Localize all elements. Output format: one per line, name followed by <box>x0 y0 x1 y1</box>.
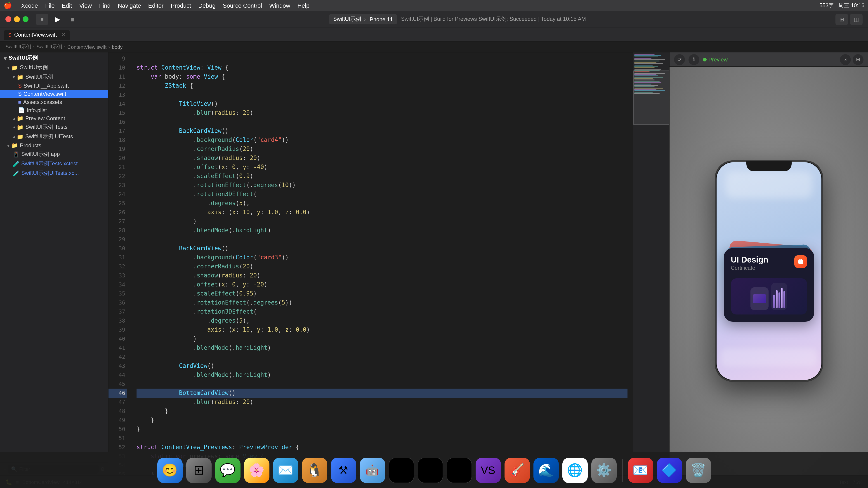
code-line: ZStack { <box>136 81 627 90</box>
asset-icon: ■ <box>18 99 22 105</box>
breadcrumb-symbol[interactable]: body <box>112 44 123 50</box>
dock-chrome[interactable]: 🌐 <box>562 457 587 483</box>
layout-btn-2[interactable]: ◫ <box>850 14 863 25</box>
sidebar-item-swiftuigroup[interactable]: ▾ 📁 SwiftUI示例 <box>0 63 108 72</box>
menu-file[interactable]: File <box>45 2 55 9</box>
dock-vs[interactable]: VS <box>475 457 501 483</box>
menu-debug[interactable]: Debug <box>198 2 216 9</box>
card-screen-bg: UI Design Certificate <box>716 162 821 380</box>
tab-label: ContentView.swift <box>14 31 57 38</box>
code-content[interactable]: struct ContentView: View { var body: som… <box>131 53 633 475</box>
sidebar-item-app-product[interactable]: 📱 SwiftUI示例.app <box>0 150 108 159</box>
sidebar-item-uitests[interactable]: ▸ 📁 SwiftUI示例 UITests <box>0 132 108 141</box>
blur-top <box>725 171 812 198</box>
menu-source-control[interactable]: Source Control <box>223 2 262 9</box>
preview-label: Preview <box>703 56 727 63</box>
layout-btn-1[interactable]: ⊞ <box>835 14 848 25</box>
dock-photos[interactable]: 🌸 <box>244 457 269 483</box>
code-line: .shadow(radius: 20) <box>136 271 627 280</box>
code-line: struct ContentView_Previews: PreviewProv… <box>136 443 627 452</box>
dock-settings[interactable]: ⚙️ <box>591 457 616 483</box>
code-line <box>136 54 627 63</box>
menu-view[interactable]: View <box>79 2 92 9</box>
preview-layout-btn-2[interactable]: ⊞ <box>852 54 864 65</box>
preview-back-btn[interactable]: ⟳ <box>674 54 685 65</box>
expand-icon: ▾ <box>7 65 9 70</box>
menu-find[interactable]: Find <box>99 2 111 9</box>
dock-finder[interactable]: 😊 <box>157 457 182 483</box>
menu-bar: 🍎 Xcode File Edit View Find Navigate Edi… <box>0 0 868 11</box>
scheme-selector[interactable]: SwiftUI示例 › iPhone 11 <box>329 14 397 24</box>
breadcrumb-project[interactable]: SwiftUI示例 <box>5 43 31 50</box>
menu-navigate[interactable]: Navigate <box>118 2 141 9</box>
line-numbers: 9 10 11 12 13 14 15 16 17 18 19 20 21 22… <box>108 53 131 475</box>
project-root-label[interactable]: SwiftUI示例 <box>8 54 38 62</box>
menu-xcode[interactable]: Xcode <box>21 2 38 9</box>
code-line: struct ContentView: View { <box>136 63 627 72</box>
dock-mail[interactable]: ✉️ <box>273 457 298 483</box>
apple-menu[interactable]: 🍎 <box>4 1 12 9</box>
minimize-button[interactable] <box>14 16 20 22</box>
sidebar-item-xctest-ui[interactable]: 🧪 SwiftUI示例UITests.xc... <box>0 168 108 178</box>
code-line: .blendMode(.hardLight) <box>136 370 627 380</box>
sidebar-item-assets[interactable]: ■ Assets.xcassets <box>0 98 108 106</box>
dock-app18[interactable]: 🔷 <box>657 457 682 483</box>
dock-webstorm[interactable]: WS <box>446 457 472 483</box>
card-swift-logo <box>794 255 807 268</box>
preview-info-btn[interactable]: ℹ <box>688 54 700 65</box>
dock: 😊 ⊞ 💬 🌸 ✉️ 🐧 ⚒ 🤖 IJ PC WS VS 🎸 🌊 🌐 ⚙️ 📧 … <box>0 452 868 488</box>
dock-app12[interactable]: 🎸 <box>504 457 530 483</box>
menu-product[interactable]: Product <box>171 2 191 9</box>
sidebar-item-contentview[interactable]: S ContentView.swift <box>0 90 108 98</box>
menu-help[interactable]: Help <box>298 2 310 9</box>
sidebar-item-preview-content[interactable]: ▸ 📁 Preview Content <box>0 114 108 123</box>
dock-separator <box>622 459 622 482</box>
sidebar-item-products[interactable]: ▾ 📁 Products <box>0 141 108 150</box>
code-editor[interactable]: 9 10 11 12 13 14 15 16 17 18 19 20 21 22… <box>108 53 669 475</box>
sidebar-label: Products <box>20 142 41 149</box>
sidebar-item-swiftui-sub[interactable]: ▾ 📁 SwiftUI示例 <box>0 72 108 82</box>
menu-window[interactable]: Window <box>269 2 290 9</box>
dock-messages[interactable]: 💬 <box>215 457 240 483</box>
code-line: axis: (x: 10, y: 1.0, z: 0.0) <box>136 208 627 217</box>
code-line: .rotationEffect(.degrees(5)) <box>136 298 627 307</box>
run-button[interactable]: ▶ <box>51 14 64 25</box>
tab-close-icon[interactable]: ✕ <box>61 32 66 37</box>
dock-intellij[interactable]: IJ <box>389 457 414 483</box>
code-line: .blur(radius: 20) <box>136 398 627 407</box>
sidebar-collapse-icon[interactable]: ▾ <box>4 55 7 62</box>
code-line <box>136 434 627 443</box>
tab-contentview[interactable]: S ContentView.swift ✕ <box>4 30 70 39</box>
sidebar-item-xctest[interactable]: 🧪 SwiftUI示例Tests.xctest <box>0 159 108 168</box>
preview-layout-btn-1[interactable]: ⊡ <box>840 54 851 65</box>
dock-ai[interactable]: 🤖 <box>360 457 385 483</box>
iphone-notch <box>746 161 792 171</box>
sidebar-label: Info.plist <box>27 107 47 113</box>
dock-edge[interactable]: 🌊 <box>533 457 559 483</box>
folder-icon: 📁 <box>17 74 24 80</box>
card-image <box>731 278 807 314</box>
code-line: BackCardView() <box>136 244 627 253</box>
stop-button[interactable]: ■ <box>66 14 79 25</box>
breadcrumb-group[interactable]: SwiftUI示例 <box>36 43 62 50</box>
tab-bar: S ContentView.swift ✕ <box>0 28 868 41</box>
code-line <box>136 235 627 244</box>
close-button[interactable] <box>5 16 11 22</box>
dock-trash[interactable]: 🗑️ <box>686 457 711 483</box>
dock-xcode[interactable]: ⚒ <box>331 457 356 483</box>
code-line: } <box>136 416 627 425</box>
maximize-button[interactable] <box>23 16 29 22</box>
sidebar-item-app[interactable]: S SwiftUI__App.swift <box>0 82 108 90</box>
dock-launchpad[interactable]: ⊞ <box>186 457 211 483</box>
expand-icon: ▸ <box>11 126 16 128</box>
code-line: .cornerRadius(20) <box>136 144 627 154</box>
menu-editor[interactable]: Editor <box>148 2 164 9</box>
dock-email2[interactable]: 📧 <box>628 457 653 483</box>
dock-app5[interactable]: 🐧 <box>302 457 327 483</box>
sidebar-item-tests[interactable]: ▸ 📁 SwiftUI示例 Tests <box>0 123 108 132</box>
sidebar-item-plist[interactable]: 📄 Info.plist <box>0 106 108 114</box>
dock-pycharm[interactable]: PC <box>417 457 443 483</box>
menu-edit[interactable]: Edit <box>62 2 72 9</box>
breadcrumb-file[interactable]: ContentView.swift <box>67 44 106 50</box>
sidebar-toggle-button[interactable]: ≡ <box>36 14 49 25</box>
